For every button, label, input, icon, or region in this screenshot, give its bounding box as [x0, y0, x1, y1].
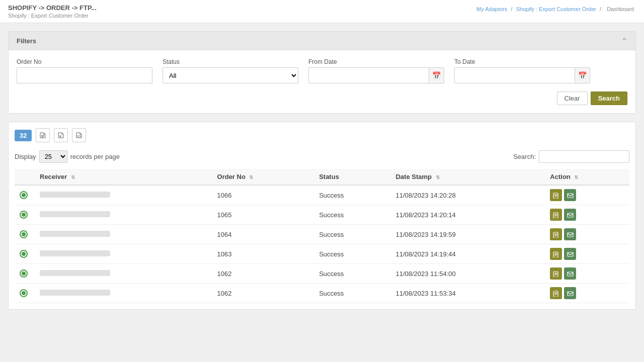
row-receiver — [35, 185, 212, 205]
col-header-action: Action ⇅ — [545, 169, 629, 185]
row-receiver — [35, 225, 212, 244]
action-sort-icon[interactable]: ⇅ — [574, 174, 578, 180]
main-content: Filters ⌃ Order No Status All From Date — [0, 23, 644, 318]
row-date-stamp: 11/08/2023 14:19:44 — [390, 244, 545, 264]
page-title: SHOPIFY -> ORDER -> FTP... — [8, 4, 97, 12]
view-button[interactable] — [550, 228, 562, 240]
row-action — [545, 225, 629, 244]
row-status-indicator — [15, 244, 35, 264]
table-row: 1064 Success 11/08/2023 14:19:59 — [15, 225, 629, 244]
header: SHOPIFY -> ORDER -> FTP... Shopify : Exp… — [0, 0, 644, 23]
action-buttons — [550, 189, 624, 201]
row-receiver — [35, 244, 212, 264]
svg-text:PDF: PDF — [77, 135, 82, 138]
view-button[interactable] — [550, 189, 562, 201]
order-no-input[interactable] — [17, 67, 152, 83]
email-button[interactable] — [564, 228, 576, 240]
row-action — [545, 284, 629, 303]
row-date-stamp: 11/08/2023 11:53:34 — [390, 284, 545, 303]
table-search-control: Search: — [513, 150, 629, 163]
status-dot — [20, 230, 28, 238]
status-dot — [20, 191, 28, 199]
row-order-no: 1063 — [212, 244, 314, 264]
date-sort-icon[interactable]: ⇅ — [436, 174, 440, 180]
svg-rect-13 — [568, 272, 573, 276]
display-label: Display — [15, 153, 36, 160]
table-row: 1065 Success 11/08/2023 14:20:14 — [15, 205, 629, 225]
row-status: Success — [314, 264, 390, 284]
export-pdf-button[interactable]: PDF — [72, 128, 86, 142]
email-button[interactable] — [564, 287, 576, 299]
to-date-input[interactable] — [455, 68, 575, 83]
filters-row: Order No Status All From Date 📅 — [17, 58, 627, 83]
breadcrumb: My Adaptors / Shopify : Export Customer … — [476, 6, 636, 12]
search-button[interactable]: Search — [591, 92, 627, 105]
page-subtitle: Shopify : Export Customer Order — [8, 13, 97, 19]
order-no-sort-icon[interactable]: ⇅ — [249, 174, 253, 180]
row-receiver — [35, 264, 212, 284]
filters-header: Filters ⌃ — [9, 32, 635, 50]
col-header-status: Status — [314, 169, 390, 185]
view-button[interactable] — [550, 287, 562, 299]
filter-group-to-date: To Date 📅 — [454, 58, 590, 83]
email-button[interactable] — [564, 248, 576, 260]
status-dot — [20, 211, 28, 219]
row-status-indicator — [15, 205, 35, 225]
breadcrumb-link-1[interactable]: My Adaptors — [476, 6, 507, 12]
breadcrumb-link-2[interactable]: Shopify : Export Customer Order — [516, 6, 596, 12]
col-header-receiver: Receiver ⇅ — [35, 169, 212, 185]
action-buttons — [550, 228, 624, 240]
row-order-no: 1066 — [212, 185, 314, 205]
row-date-stamp: 11/08/2023 14:20:28 — [390, 185, 545, 205]
data-table: Receiver ⇅ Order No ⇅ Status Date Stamp … — [15, 169, 629, 303]
row-action — [545, 264, 629, 284]
view-button[interactable] — [550, 267, 562, 280]
svg-rect-7 — [568, 213, 573, 217]
record-count-badge: 32 — [15, 130, 32, 141]
from-date-calendar-icon[interactable]: 📅 — [429, 68, 444, 83]
row-date-stamp: 11/08/2023 14:19:59 — [390, 225, 545, 244]
view-button[interactable] — [550, 248, 562, 260]
row-order-no: 1062 — [212, 284, 314, 303]
filters-actions: Clear Search — [17, 92, 627, 105]
row-action — [545, 205, 629, 225]
filters-title: Filters — [17, 37, 36, 45]
row-receiver — [35, 284, 212, 303]
receiver-sort-icon[interactable]: ⇅ — [71, 174, 75, 180]
records-per-page-select[interactable]: 10 25 50 100 — [39, 150, 67, 163]
results-toolbar: 32 — [15, 128, 629, 142]
row-status: Success — [314, 244, 390, 264]
table-row: 1066 Success 11/08/2023 14:20:28 — [15, 185, 629, 205]
status-select[interactable]: All — [163, 67, 298, 83]
email-button[interactable] — [564, 267, 576, 280]
row-date-stamp: 11/08/2023 11:54:00 — [390, 264, 545, 284]
status-label: Status — [163, 58, 298, 65]
filter-group-from-date: From Date 📅 — [308, 58, 444, 83]
breadcrumb-current: Dashboard — [607, 6, 634, 12]
table-row: 1063 Success 11/08/2023 14:19:44 — [15, 244, 629, 264]
row-status-indicator — [15, 185, 35, 205]
email-button[interactable] — [564, 189, 576, 201]
export-excel-button[interactable] — [54, 128, 68, 142]
results-panel: 32 — [8, 122, 636, 310]
filters-collapse-icon[interactable]: ⌃ — [621, 37, 627, 45]
display-control: Display 10 25 50 100 records per page — [15, 150, 120, 163]
to-date-calendar-icon[interactable]: 📅 — [575, 68, 590, 83]
table-controls: Display 10 25 50 100 records per page Se… — [15, 148, 629, 165]
filters-panel: Filters ⌃ Order No Status All From Date — [8, 31, 636, 114]
col-header-date-stamp: Date Stamp ⇅ — [390, 169, 545, 185]
filter-group-order-no: Order No — [17, 58, 152, 83]
filters-body: Order No Status All From Date 📅 — [9, 50, 635, 113]
row-order-no: 1062 — [212, 264, 314, 284]
from-date-input[interactable] — [309, 68, 429, 83]
export-csv-button[interactable] — [36, 128, 50, 142]
view-button[interactable] — [550, 209, 562, 221]
row-status: Success — [314, 185, 390, 205]
clear-button[interactable]: Clear — [557, 92, 588, 105]
email-button[interactable] — [564, 209, 576, 221]
to-date-label: To Date — [454, 58, 590, 65]
svg-rect-15 — [568, 292, 573, 296]
table-header: Receiver ⇅ Order No ⇅ Status Date Stamp … — [15, 169, 629, 185]
table-search-input[interactable] — [539, 150, 629, 163]
row-status-indicator — [15, 284, 35, 303]
